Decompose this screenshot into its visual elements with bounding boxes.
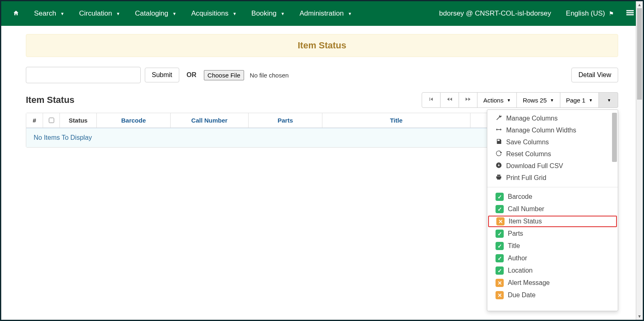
check-on-icon: ✓	[496, 230, 504, 238]
user-menu[interactable]: bdorsey @ CNSRT-COL-isl-bdorsey	[432, 1, 559, 26]
nav-search[interactable]: Search▼	[27, 1, 72, 26]
col-call-number[interactable]: Call Number	[170, 113, 248, 128]
prev-page-button[interactable]	[441, 92, 459, 108]
hamburger-icon	[626, 10, 634, 18]
user-label: bdorsey @ CNSRT-COL-isl-bdorsey	[439, 9, 551, 18]
actions-dropdown[interactable]: Actions▼	[477, 92, 517, 108]
column-toggle-label: Location	[508, 267, 533, 274]
check-off-icon: ✕	[496, 279, 504, 287]
column-toggle-location[interactable]: ✓Location	[487, 264, 618, 277]
menu-save-columns[interactable]: Save Columns	[487, 136, 618, 148]
nav-label: Acquisitions	[191, 9, 228, 18]
scroll-down-icon: ▼	[636, 313, 643, 320]
svg-rect-0	[626, 10, 634, 11]
col-status[interactable]: Status	[59, 113, 96, 128]
first-icon	[428, 96, 434, 104]
file-status-label: No file chosen	[250, 72, 289, 79]
column-toggle-label: Parts	[508, 230, 523, 237]
select-all-checkbox[interactable]	[49, 118, 54, 123]
print-icon	[496, 174, 502, 182]
nav-administration[interactable]: Administration▼	[292, 1, 359, 26]
next-icon	[465, 96, 471, 104]
banner-title: Item Status	[298, 40, 347, 50]
locale-menu[interactable]: English (US)⚑	[559, 1, 621, 26]
menu-download-full-csv[interactable]: Download Full CSV	[487, 160, 618, 172]
check-on-icon: ✓	[496, 205, 504, 213]
column-toggle-due-date[interactable]: ✕Due Date	[487, 289, 618, 301]
caret-down-icon: ▼	[348, 11, 352, 16]
col-title[interactable]: Title	[322, 113, 470, 128]
col-num[interactable]: #	[26, 113, 43, 128]
column-config-panel: Manage ColumnsManage Column WidthsSave C…	[487, 109, 618, 311]
caret-down-icon: ▼	[607, 98, 611, 102]
column-toggle-label: Due Date	[508, 291, 536, 299]
actions-label: Actions	[483, 97, 503, 104]
col-parts[interactable]: Parts	[248, 113, 322, 128]
scroll-up-icon: ▲	[636, 1, 643, 8]
columns-config-dropdown[interactable]: ▼	[599, 92, 618, 108]
page-label: Page 1	[566, 97, 586, 104]
caret-down-icon: ▼	[233, 11, 237, 16]
menu-reset-columns[interactable]: Reset Columns	[487, 148, 618, 160]
menu-print-full-grid[interactable]: Print Full Grid	[487, 172, 618, 184]
check-on-icon: ✓	[496, 242, 504, 250]
barcode-input[interactable]	[26, 67, 141, 83]
caret-down-icon: ▼	[589, 98, 593, 102]
prev-icon	[446, 96, 453, 104]
menu-label: Manage Column Widths	[506, 127, 576, 134]
nav-label: Cataloging	[135, 9, 168, 18]
check-on-icon: ✓	[496, 193, 504, 201]
svg-rect-2	[626, 14, 634, 15]
item-toolbar: Submit OR Choose File No file chosen Det…	[26, 67, 618, 83]
column-toggle-label: Barcode	[508, 193, 532, 200]
col-barcode[interactable]: Barcode	[96, 113, 170, 128]
first-page-button[interactable]	[422, 92, 441, 108]
submit-button[interactable]: Submit	[145, 68, 179, 82]
column-toggle-title[interactable]: ✓Title	[487, 240, 618, 252]
caret-down-icon: ▼	[507, 98, 511, 102]
nav-label: Search	[34, 9, 56, 18]
page-banner: Item Status	[26, 34, 618, 57]
page-dropdown[interactable]: Page 1▼	[560, 92, 599, 108]
column-toggle-label: Call Number	[508, 205, 544, 213]
column-toggle-label: Alert Message	[508, 279, 550, 287]
check-on-icon: ✓	[496, 266, 504, 275]
menu-manage-columns[interactable]: Manage Columns	[487, 112, 618, 124]
caret-down-icon: ▼	[172, 11, 176, 16]
column-toggle-call-number[interactable]: ✓Call Number	[487, 203, 618, 215]
column-toggle-label: Item Status	[509, 218, 542, 225]
nav-label: Booking	[251, 9, 276, 18]
home-button[interactable]	[5, 1, 27, 26]
navbar: Search▼ Circulation▼ Cataloging▼ Acquisi…	[1, 1, 643, 26]
caret-down-icon: ▼	[60, 11, 64, 16]
page-scrollbar[interactable]: ▲ ▼	[636, 1, 643, 320]
caret-down-icon: ▼	[281, 11, 285, 16]
check-off-icon: ✕	[496, 217, 505, 225]
col-select-all[interactable]	[43, 113, 59, 128]
locale-label: English (US)	[566, 9, 605, 18]
nav-cataloging[interactable]: Cataloging▼	[128, 1, 184, 26]
choose-file-button[interactable]: Choose File	[204, 70, 244, 80]
column-toggle-alert-message[interactable]: ✕Alert Message	[487, 277, 618, 289]
or-label: OR	[187, 71, 196, 79]
next-page-button[interactable]	[459, 92, 477, 108]
nav-acquisitions[interactable]: Acquisitions▼	[184, 1, 244, 26]
column-toggle-item-status[interactable]: ✕Item Status	[488, 216, 617, 227]
column-toggle-author[interactable]: ✓Author	[487, 252, 618, 264]
detail-view-button[interactable]: Detail View	[571, 68, 618, 82]
check-off-icon: ✕	[496, 291, 504, 299]
rows-dropdown[interactable]: Rows 25▼	[517, 92, 560, 108]
column-toggle-parts[interactable]: ✓Parts	[487, 228, 618, 240]
menu-label: Manage Columns	[506, 115, 557, 122]
column-toggle-barcode[interactable]: ✓Barcode	[487, 191, 618, 203]
caret-down-icon: ▼	[550, 98, 554, 102]
menu-label: Reset Columns	[506, 150, 551, 158]
menu-label: Save Columns	[506, 139, 549, 146]
panel-scrollbar[interactable]	[612, 111, 617, 310]
menu-manage-column-widths[interactable]: Manage Column Widths	[487, 124, 618, 136]
svg-rect-1	[626, 12, 634, 13]
menu-label: Download Full CSV	[506, 162, 563, 170]
wrench-icon	[496, 114, 502, 122]
nav-booking[interactable]: Booking▼	[244, 1, 292, 26]
nav-circulation[interactable]: Circulation▼	[72, 1, 128, 26]
